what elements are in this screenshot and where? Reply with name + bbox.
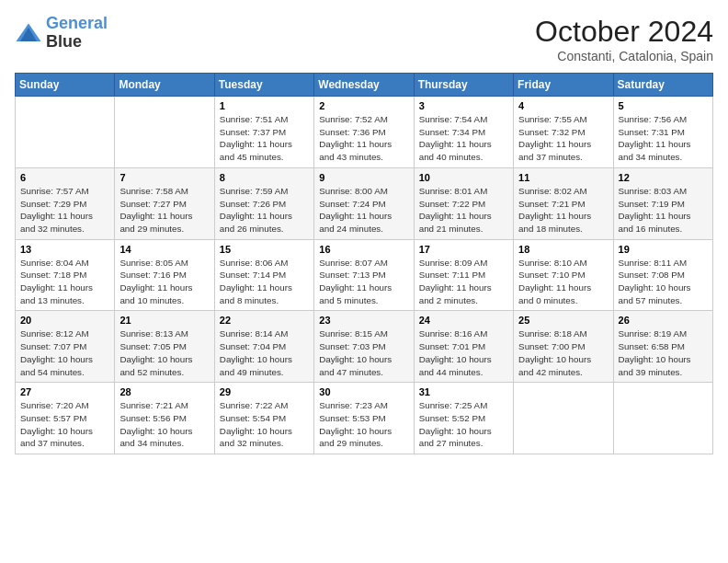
day-number: 9	[319, 172, 408, 183]
weekday-header-cell: Thursday	[414, 74, 513, 97]
calendar-day-cell: 19Sunrise: 8:11 AM Sunset: 7:08 PM Dayli…	[613, 239, 712, 311]
calendar-day-cell: 14Sunrise: 8:05 AM Sunset: 7:16 PM Dayli…	[115, 239, 214, 311]
calendar-day-cell: 25Sunrise: 8:18 AM Sunset: 7:00 PM Dayli…	[514, 311, 613, 383]
calendar-day-cell: 15Sunrise: 8:06 AM Sunset: 7:14 PM Dayli…	[214, 239, 313, 311]
calendar-day-cell: 28Sunrise: 7:21 AM Sunset: 5:56 PM Dayli…	[115, 383, 214, 454]
day-number: 12	[619, 172, 708, 183]
day-number: 10	[419, 172, 508, 183]
day-number: 11	[518, 172, 608, 183]
day-info: Sunrise: 8:11 AM Sunset: 7:08 PM Dayligh…	[619, 257, 708, 307]
weekday-header-cell: Friday	[514, 74, 613, 97]
day-info: Sunrise: 8:14 AM Sunset: 7:04 PM Dayligh…	[220, 327, 309, 378]
weekday-header-row: SundayMondayTuesdayWednesdayThursdayFrid…	[16, 74, 713, 97]
weekday-header-cell: Monday	[115, 74, 214, 97]
calendar-day-cell: 8Sunrise: 7:59 AM Sunset: 7:26 PM Daylig…	[214, 167, 313, 239]
day-info: Sunrise: 8:19 AM Sunset: 6:58 PM Dayligh…	[619, 327, 708, 378]
calendar-day-cell: 2Sunrise: 7:52 AM Sunset: 7:36 PM Daylig…	[314, 97, 414, 168]
weekday-header-cell: Sunday	[16, 74, 115, 97]
day-info: Sunrise: 8:04 AM Sunset: 7:18 PM Dayligh…	[20, 257, 109, 307]
day-info: Sunrise: 8:10 AM Sunset: 7:10 PM Dayligh…	[518, 257, 608, 307]
day-number: 24	[419, 315, 508, 326]
calendar-day-cell: 17Sunrise: 8:09 AM Sunset: 7:11 PM Dayli…	[414, 239, 513, 311]
calendar-day-cell: 10Sunrise: 8:01 AM Sunset: 7:22 PM Dayli…	[414, 167, 513, 239]
calendar-table: SundayMondayTuesdayWednesdayThursdayFrid…	[15, 73, 713, 454]
calendar-day-cell: 4Sunrise: 7:55 AM Sunset: 7:32 PM Daylig…	[514, 97, 613, 168]
day-number: 1	[220, 100, 309, 111]
day-info: Sunrise: 8:07 AM Sunset: 7:13 PM Dayligh…	[319, 257, 408, 307]
day-number: 4	[518, 100, 608, 111]
day-number: 27	[20, 386, 109, 397]
calendar-body: 1Sunrise: 7:51 AM Sunset: 7:37 PM Daylig…	[16, 97, 713, 454]
calendar-day-cell	[514, 383, 613, 454]
day-info: Sunrise: 7:20 AM Sunset: 5:57 PM Dayligh…	[20, 399, 109, 450]
day-info: Sunrise: 7:51 AM Sunset: 7:37 PM Dayligh…	[220, 113, 309, 164]
calendar-day-cell: 24Sunrise: 8:16 AM Sunset: 7:01 PM Dayli…	[414, 311, 513, 383]
day-info: Sunrise: 7:59 AM Sunset: 7:26 PM Dayligh…	[220, 185, 309, 236]
day-number: 3	[419, 100, 508, 111]
day-number: 19	[619, 244, 708, 255]
day-number: 7	[119, 172, 209, 183]
weekday-header-cell: Wednesday	[314, 74, 414, 97]
day-info: Sunrise: 7:54 AM Sunset: 7:34 PM Dayligh…	[419, 113, 508, 164]
day-number: 18	[518, 244, 608, 255]
calendar-day-cell: 16Sunrise: 8:07 AM Sunset: 7:13 PM Dayli…	[314, 239, 414, 311]
day-number: 13	[20, 244, 109, 255]
calendar-week-row: 6Sunrise: 7:57 AM Sunset: 7:29 PM Daylig…	[16, 167, 713, 239]
page-header: General Blue October 2024 Constanti, Cat…	[15, 15, 713, 63]
day-info: Sunrise: 8:01 AM Sunset: 7:22 PM Dayligh…	[419, 185, 508, 236]
day-number: 20	[20, 315, 109, 326]
calendar-day-cell: 18Sunrise: 8:10 AM Sunset: 7:10 PM Dayli…	[514, 239, 613, 311]
calendar-day-cell: 11Sunrise: 8:02 AM Sunset: 7:21 PM Dayli…	[514, 167, 613, 239]
day-info: Sunrise: 7:22 AM Sunset: 5:54 PM Dayligh…	[220, 399, 309, 450]
calendar-day-cell	[16, 97, 115, 168]
calendar-day-cell: 20Sunrise: 8:12 AM Sunset: 7:07 PM Dayli…	[16, 311, 115, 383]
day-info: Sunrise: 8:05 AM Sunset: 7:16 PM Dayligh…	[119, 257, 209, 307]
calendar-day-cell	[613, 383, 712, 454]
calendar-day-cell: 7Sunrise: 7:58 AM Sunset: 7:27 PM Daylig…	[115, 167, 214, 239]
calendar-week-row: 13Sunrise: 8:04 AM Sunset: 7:18 PM Dayli…	[16, 239, 713, 311]
day-number: 5	[619, 100, 708, 111]
day-number: 16	[319, 244, 408, 255]
calendar-day-cell: 26Sunrise: 8:19 AM Sunset: 6:58 PM Dayli…	[613, 311, 712, 383]
day-number: 26	[619, 315, 708, 326]
day-number: 23	[319, 315, 408, 326]
calendar-day-cell: 30Sunrise: 7:23 AM Sunset: 5:53 PM Dayli…	[314, 383, 414, 454]
day-info: Sunrise: 7:25 AM Sunset: 5:52 PM Dayligh…	[419, 399, 508, 450]
calendar-day-cell	[115, 97, 214, 168]
weekday-header-cell: Tuesday	[214, 74, 313, 97]
day-number: 31	[419, 386, 508, 397]
calendar-day-cell: 23Sunrise: 8:15 AM Sunset: 7:03 PM Dayli…	[314, 311, 414, 383]
day-info: Sunrise: 8:16 AM Sunset: 7:01 PM Dayligh…	[419, 327, 508, 378]
calendar-day-cell: 5Sunrise: 7:56 AM Sunset: 7:31 PM Daylig…	[613, 97, 712, 168]
title-block: October 2024 Constanti, Catalonia, Spain	[535, 15, 713, 63]
day-number: 30	[319, 386, 408, 397]
month-title: October 2024	[535, 15, 713, 49]
calendar-day-cell: 1Sunrise: 7:51 AM Sunset: 7:37 PM Daylig…	[214, 97, 313, 168]
weekday-header-cell: Saturday	[613, 74, 712, 97]
day-info: Sunrise: 7:56 AM Sunset: 7:31 PM Dayligh…	[619, 113, 708, 164]
day-number: 28	[119, 386, 209, 397]
calendar-day-cell: 31Sunrise: 7:25 AM Sunset: 5:52 PM Dayli…	[414, 383, 513, 454]
day-number: 8	[220, 172, 309, 183]
day-number: 14	[119, 244, 209, 255]
day-number: 25	[518, 315, 608, 326]
calendar-day-cell: 12Sunrise: 8:03 AM Sunset: 7:19 PM Dayli…	[613, 167, 712, 239]
day-info: Sunrise: 7:58 AM Sunset: 7:27 PM Dayligh…	[119, 185, 209, 236]
day-number: 29	[220, 386, 309, 397]
day-info: Sunrise: 7:57 AM Sunset: 7:29 PM Dayligh…	[20, 185, 109, 236]
calendar-week-row: 20Sunrise: 8:12 AM Sunset: 7:07 PM Dayli…	[16, 311, 713, 383]
day-info: Sunrise: 8:06 AM Sunset: 7:14 PM Dayligh…	[220, 257, 309, 307]
calendar-week-row: 27Sunrise: 7:20 AM Sunset: 5:57 PM Dayli…	[16, 383, 713, 454]
day-info: Sunrise: 8:00 AM Sunset: 7:24 PM Dayligh…	[319, 185, 408, 236]
day-info: Sunrise: 8:03 AM Sunset: 7:19 PM Dayligh…	[619, 185, 708, 236]
calendar-day-cell: 3Sunrise: 7:54 AM Sunset: 7:34 PM Daylig…	[414, 97, 513, 168]
logo-icon	[15, 22, 42, 44]
day-number: 15	[220, 244, 309, 255]
calendar-day-cell: 6Sunrise: 7:57 AM Sunset: 7:29 PM Daylig…	[16, 167, 115, 239]
day-info: Sunrise: 7:21 AM Sunset: 5:56 PM Dayligh…	[119, 399, 209, 450]
calendar-day-cell: 13Sunrise: 8:04 AM Sunset: 7:18 PM Dayli…	[16, 239, 115, 311]
day-number: 2	[319, 100, 408, 111]
calendar-day-cell: 9Sunrise: 8:00 AM Sunset: 7:24 PM Daylig…	[314, 167, 414, 239]
day-info: Sunrise: 7:52 AM Sunset: 7:36 PM Dayligh…	[319, 113, 408, 164]
day-info: Sunrise: 7:55 AM Sunset: 7:32 PM Dayligh…	[518, 113, 608, 164]
